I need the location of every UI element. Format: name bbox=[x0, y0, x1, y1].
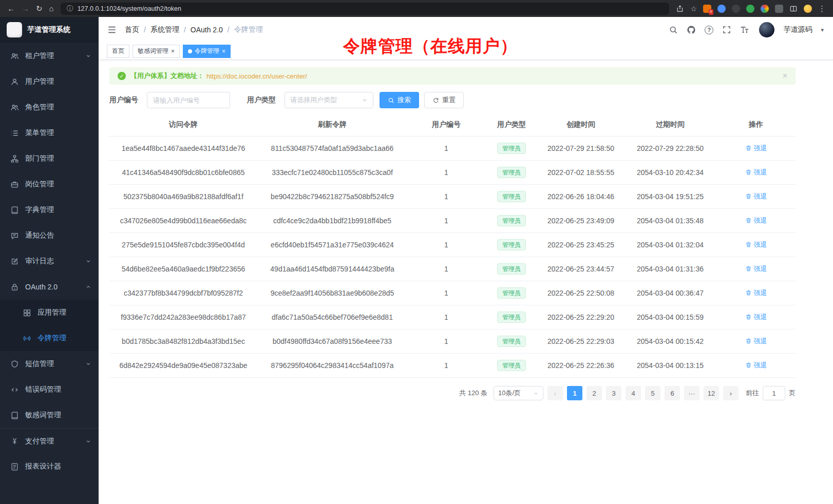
table-row: c342377bf8b344799dcbf7bf095287f2 9ce8ef2… bbox=[109, 281, 796, 305]
table-row: 54d6be82ee5a460a9aedc1f9bf223656 49d1aa4… bbox=[109, 257, 796, 281]
page-button-5[interactable]: 5 bbox=[645, 386, 660, 400]
breadcrumb-home[interactable]: 首页 bbox=[125, 25, 139, 34]
next-page-button[interactable]: › bbox=[723, 386, 739, 400]
page-button-1[interactable]: 1 bbox=[567, 386, 582, 400]
cell-actions: 强退 bbox=[716, 137, 796, 161]
sidebar-item-label: OAuth 2.0 bbox=[25, 283, 85, 291]
github-icon[interactable] bbox=[687, 25, 696, 34]
url-bar[interactable]: ⓘ 127.0.0.1:1024/system/oauth2/token bbox=[61, 3, 670, 15]
cell-expires: 2054-03-10 20:42:34 bbox=[624, 161, 716, 185]
sidebar-item-post[interactable]: 岗位管理 bbox=[0, 171, 99, 197]
force-logout-button[interactable]: 强退 bbox=[745, 337, 767, 346]
help-icon[interactable]: ? bbox=[705, 26, 713, 34]
force-logout-button[interactable]: 强退 bbox=[745, 288, 767, 298]
username[interactable]: 芋道源码 bbox=[783, 25, 812, 34]
app-logo[interactable]: 芋道管理系统 bbox=[0, 17, 99, 43]
extension-icon-green[interactable] bbox=[746, 5, 754, 13]
force-logout-button[interactable]: 强退 bbox=[745, 264, 767, 274]
cell-user-id: 1 bbox=[407, 354, 485, 378]
chevron-up-icon bbox=[85, 284, 91, 290]
doc-link[interactable]: https://doc.iocoder.cn/user-center/ bbox=[206, 72, 307, 80]
page-button-12[interactable]: 12 bbox=[704, 386, 719, 400]
page-button-3[interactable]: 3 bbox=[606, 386, 621, 400]
sidebar-item-oauth2-app[interactable]: 应用管理 bbox=[0, 300, 99, 325]
user-type-select[interactable]: 请选择用户类型 bbox=[285, 92, 373, 108]
page-button-6[interactable]: 6 bbox=[665, 386, 680, 400]
chevron-down-icon bbox=[85, 361, 91, 367]
sidebar-item-oauth2[interactable]: OAuth 2.0 bbox=[0, 274, 99, 300]
tab-sensitive-word[interactable]: 敏感词管理 × bbox=[132, 45, 180, 58]
browser-profile-avatar[interactable] bbox=[804, 5, 812, 13]
delete-icon bbox=[745, 145, 752, 151]
close-icon[interactable]: × bbox=[222, 48, 225, 54]
force-logout-button[interactable]: 强退 bbox=[745, 192, 767, 201]
bookmark-star-icon[interactable]: ☆ bbox=[690, 5, 697, 13]
sidebar-item-oauth2-token[interactable]: 令牌管理 bbox=[0, 325, 99, 351]
sidebar-item-report-designer[interactable]: 报表设计器 bbox=[0, 454, 99, 479]
caret-down-icon[interactable]: ▾ bbox=[821, 27, 824, 33]
sidebar-item-dept[interactable]: 部门管理 bbox=[0, 146, 99, 171]
page-button-2[interactable]: 2 bbox=[586, 386, 602, 400]
fullscreen-icon[interactable] bbox=[722, 25, 731, 34]
sidebar-item-label: 岗位管理 bbox=[25, 180, 91, 189]
force-logout-button[interactable]: 强退 bbox=[745, 240, 767, 249]
breadcrumb-system[interactable]: 系统管理 bbox=[150, 25, 179, 34]
reload-icon[interactable]: ↻ bbox=[36, 5, 43, 12]
cell-access-token: b0d1785bc3a8482f812db4a3f3bd15ec bbox=[109, 329, 257, 354]
sidebar-item-sms[interactable]: 短信管理 bbox=[0, 351, 99, 377]
sidebar-item-tenant[interactable]: 租户管理 bbox=[0, 43, 99, 69]
extension-icon-dark[interactable] bbox=[732, 5, 740, 13]
force-logout-button[interactable]: 强退 bbox=[745, 168, 767, 177]
tab-home[interactable]: 首页 bbox=[107, 45, 129, 58]
page-button-4[interactable]: 4 bbox=[626, 386, 641, 400]
sidebar-item-payment[interactable]: 支付管理 bbox=[0, 428, 99, 454]
home-icon[interactable]: ⌂ bbox=[49, 5, 54, 12]
close-icon[interactable]: × bbox=[171, 48, 175, 54]
site-info-icon[interactable]: ⓘ bbox=[67, 4, 73, 13]
font-size-icon[interactable] bbox=[740, 25, 749, 34]
browser-menu-icon[interactable]: ⋮ bbox=[818, 4, 826, 13]
forward-icon[interactable]: → bbox=[22, 5, 29, 12]
sidebar-item-user[interactable]: 用户管理 bbox=[0, 69, 99, 94]
force-logout-button[interactable]: 强退 bbox=[745, 313, 767, 322]
sidebar-fold-icon[interactable] bbox=[107, 25, 117, 35]
top-header: 首页 / 系统管理 / OAuth 2.0 / 令牌管理 ? 芋道源码 ▾ bbox=[99, 17, 833, 43]
sidebar-item-sensitive-word[interactable]: 敏感词管理 bbox=[0, 402, 99, 428]
user-id-label: 用户编号 bbox=[109, 95, 138, 105]
sidebar-item-menu[interactable]: 菜单管理 bbox=[0, 120, 99, 146]
sidebar-item-label: 报表设计器 bbox=[25, 462, 91, 471]
extension-icon-multicolor[interactable] bbox=[761, 5, 769, 13]
cell-expires: 2054-03-04 00:36:47 bbox=[624, 281, 716, 305]
user-id-input[interactable] bbox=[147, 92, 230, 108]
user-avatar[interactable] bbox=[759, 22, 774, 37]
tab-token-management[interactable]: 令牌管理 × bbox=[183, 45, 231, 58]
sidebar-item-audit-log[interactable]: 审计日志 bbox=[0, 248, 99, 274]
reset-button[interactable]: 重置 bbox=[424, 92, 464, 108]
force-logout-button[interactable]: 强退 bbox=[745, 144, 767, 153]
extension-icon-orange[interactable]: 0 bbox=[703, 5, 711, 13]
search-button[interactable]: 搜索 bbox=[380, 92, 419, 108]
back-icon[interactable]: ← bbox=[7, 5, 15, 12]
tags-view: 首页 敏感词管理 × 令牌管理 × bbox=[99, 43, 833, 60]
force-logout-button[interactable]: 强退 bbox=[745, 361, 767, 370]
share-icon[interactable] bbox=[676, 5, 684, 13]
page-size-select[interactable]: 10条/页 bbox=[494, 386, 543, 400]
search-icon[interactable] bbox=[669, 25, 678, 34]
close-icon[interactable]: × bbox=[783, 71, 787, 81]
tab-split-icon[interactable] bbox=[789, 5, 798, 13]
extensions-puzzle-icon[interactable] bbox=[775, 5, 783, 13]
extension-icon-blue[interactable] bbox=[717, 5, 726, 13]
goto-page-input[interactable] bbox=[763, 386, 785, 400]
more-pages-button[interactable]: ··· bbox=[684, 386, 699, 400]
sidebar-item-error-code[interactable]: 错误码管理 bbox=[0, 377, 99, 402]
user-type-label: 用户类型 bbox=[247, 95, 276, 105]
cell-access-token: 502375b8040a469a9b82188afdf6af1f bbox=[109, 185, 257, 209]
sidebar-item-notice[interactable]: 通知公告 bbox=[0, 223, 99, 248]
sidebar-item-dict[interactable]: 字典管理 bbox=[0, 197, 99, 223]
cell-access-token: 6d842e2924594de9a09e45e087323abe bbox=[109, 354, 257, 378]
breadcrumb-oauth2[interactable]: OAuth 2.0 bbox=[191, 26, 223, 34]
force-logout-button[interactable]: 强退 bbox=[745, 216, 767, 225]
table-row: c347026e805e4d99b0d116eae66eda8c cdfc4ce… bbox=[109, 209, 796, 233]
sidebar-item-role[interactable]: 角色管理 bbox=[0, 94, 99, 120]
prev-page-button[interactable]: ‹ bbox=[547, 386, 563, 400]
